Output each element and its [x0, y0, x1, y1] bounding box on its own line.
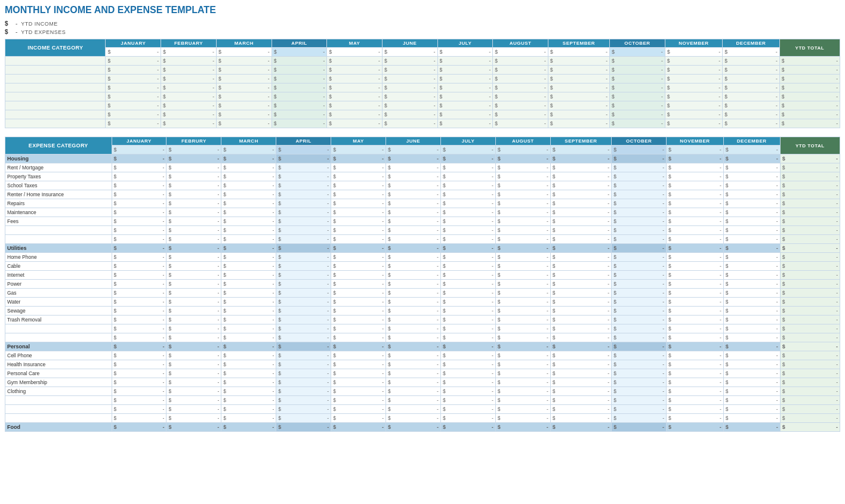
money-cell: $- — [440, 414, 495, 423]
money-cell: $- — [382, 119, 437, 128]
money-cell: $- — [331, 378, 386, 387]
money-cell: $- — [440, 351, 495, 360]
money-cell: $- — [217, 75, 272, 84]
money-cell: $- — [667, 172, 724, 181]
section-name: Housing — [5, 154, 112, 163]
money-cell: $- — [440, 387, 495, 396]
money-cell: $- — [723, 217, 780, 226]
month-header-march: MARCH — [217, 39, 272, 48]
money-cell: $- — [106, 92, 161, 101]
money-cell: $- — [112, 298, 166, 307]
money-cell: $- — [276, 217, 331, 226]
money-cell: $- — [723, 405, 780, 414]
money-cell: $- — [780, 172, 840, 181]
money-cell: $- — [112, 333, 166, 342]
money-cell: $- — [665, 75, 722, 84]
money-cell: $- — [495, 298, 550, 307]
money-cell: $- — [112, 217, 166, 226]
table-row: $-$-$-$-$-$-$-$-$-$-$-$-$- — [5, 119, 840, 128]
money-cell: $- — [723, 66, 780, 75]
money-cell: $- — [112, 342, 166, 351]
money-cell: $- — [723, 378, 780, 387]
money-cell: $- — [221, 181, 276, 190]
income-category-cell — [5, 84, 106, 92]
money-cell: $- — [276, 154, 331, 163]
table-row: $-$-$-$-$-$-$-$-$-$-$-$-$- — [5, 235, 840, 244]
money-cell: $- — [166, 414, 221, 423]
money-cell: $- — [779, 110, 840, 119]
money-cell: $- — [780, 396, 840, 405]
money-cell: $- — [667, 351, 724, 360]
money-cell: $- — [548, 84, 609, 92]
money-cell: $- — [667, 360, 724, 369]
money-cell: $- — [221, 369, 276, 378]
money-cell: $- — [440, 217, 495, 226]
money-cell: $- — [217, 92, 272, 101]
money-cell: $- — [550, 333, 611, 342]
money-cell: $- — [495, 181, 550, 190]
money-cell: $- — [272, 66, 327, 75]
money-cell: $- — [440, 378, 495, 387]
money-cell: $- — [166, 378, 221, 387]
money-cell: $- — [723, 75, 780, 84]
expense-category-cell — [5, 333, 112, 342]
expense-category-cell: School Taxes — [5, 181, 112, 190]
money-cell: $- — [276, 280, 331, 289]
money-cell: $- — [221, 217, 276, 226]
ytd-expense-dash: - — [16, 29, 17, 35]
money-cell: $- — [723, 414, 780, 423]
table-row: Fees$-$-$-$-$-$-$-$-$-$-$-$-$- — [5, 217, 840, 226]
month-header-january: JANUARY — [106, 39, 161, 48]
money-cell: $- — [780, 280, 840, 289]
money-cell: $- — [780, 333, 840, 342]
money-cell: $- — [331, 280, 386, 289]
money-cell: $- — [106, 66, 161, 75]
money-cell: $- — [386, 163, 441, 172]
money-cell: $- — [780, 369, 840, 378]
money-cell: $- — [665, 57, 722, 66]
money-cell: $- — [779, 75, 840, 84]
money-cell: $- — [386, 289, 441, 298]
money-cell: $- — [106, 75, 161, 84]
money-cell: $- — [612, 298, 667, 307]
money-cell: $- — [166, 369, 221, 378]
money-cell: $- — [161, 57, 217, 66]
money-cell: $- — [166, 316, 221, 324]
expense-category-cell: Health Insurance — [5, 360, 112, 369]
month-header-september: SEPTEMBER — [548, 39, 609, 48]
money-cell: $- — [166, 396, 221, 405]
money-cell: $- — [667, 423, 724, 432]
month-header-october: OCTOBER — [610, 39, 665, 48]
money-cell: $- — [780, 208, 840, 217]
money-cell: $- — [495, 405, 550, 414]
money-cell: $- — [495, 199, 550, 208]
money-cell: $- — [221, 253, 276, 262]
money-cell: $- — [221, 423, 276, 432]
money-cell: $- — [382, 84, 437, 92]
money-cell: $- — [723, 199, 780, 208]
money-cell: $- — [493, 84, 548, 92]
table-row: $-$-$-$-$-$-$-$-$-$-$-$-$- — [5, 75, 840, 84]
money-cell: $- — [665, 119, 722, 128]
money-cell: $- — [612, 351, 667, 360]
money-cell: $- — [272, 92, 327, 101]
money-cell: $- — [610, 101, 665, 110]
table-row: Property Taxes$-$-$-$-$-$-$-$-$-$-$-$-$- — [5, 172, 840, 181]
money-cell: $- — [612, 280, 667, 289]
money-cell: $- — [440, 396, 495, 405]
money-cell: $- — [272, 48, 327, 57]
expense-category-cell — [5, 226, 112, 235]
table-row: Cell Phone$-$-$-$-$-$-$-$-$-$-$-$-$- — [5, 351, 840, 360]
money-cell: $- — [276, 271, 331, 280]
expense-category-cell: Cable — [5, 262, 112, 271]
money-cell: $- — [612, 271, 667, 280]
money-cell: $- — [779, 66, 840, 75]
money-cell: $- — [166, 262, 221, 271]
money-cell: $- — [386, 324, 441, 333]
money-cell: $- — [723, 190, 780, 199]
money-cell: $- — [276, 199, 331, 208]
money-cell: $- — [112, 307, 166, 316]
money-cell: $- — [221, 316, 276, 324]
money-cell: $- — [667, 333, 724, 342]
money-cell: $- — [723, 235, 780, 244]
